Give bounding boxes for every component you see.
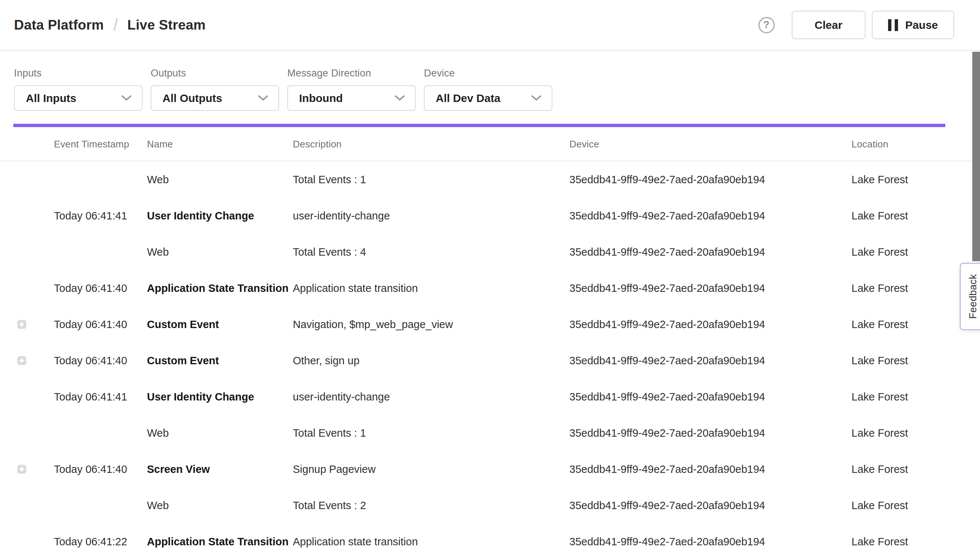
cell-description: Signup Pageview bbox=[293, 463, 375, 476]
cell-location: Lake Forest bbox=[851, 391, 908, 403]
cell-description: Total Events : 2 bbox=[293, 500, 366, 512]
cell-device: 35eddb41-9ff9-49e2-7aed-20afa90eb194 bbox=[570, 318, 765, 330]
cell-name: User Identity Change bbox=[147, 391, 254, 403]
event-table-body: Web Total Events : 1 35eddb41-9ff9-49e2-… bbox=[0, 161, 980, 549]
cell-description: Total Events : 1 bbox=[293, 174, 366, 186]
cell-location: Lake Forest bbox=[851, 174, 908, 186]
filter-inputs: Inputs All Inputs bbox=[14, 68, 143, 111]
breadcrumb-separator: / bbox=[113, 15, 118, 35]
message-direction-dropdown-value: Inbound bbox=[299, 92, 343, 105]
outputs-dropdown-value: All Outputs bbox=[162, 92, 222, 105]
cell-device: 35eddb41-9ff9-49e2-7aed-20afa90eb194 bbox=[570, 391, 765, 403]
cell-device: 35eddb41-9ff9-49e2-7aed-20afa90eb194 bbox=[570, 427, 765, 439]
cell-device: 35eddb41-9ff9-49e2-7aed-20afa90eb194 bbox=[570, 355, 765, 367]
cell-location: Lake Forest bbox=[851, 500, 908, 512]
clear-button-label: Clear bbox=[815, 19, 842, 31]
outputs-dropdown[interactable]: All Outputs bbox=[151, 85, 279, 111]
live-stream-accent-bar bbox=[13, 124, 945, 127]
cell-location: Lake Forest bbox=[851, 282, 908, 294]
filter-message-direction: Message Direction Inbound bbox=[287, 68, 416, 111]
cell-name: Web bbox=[147, 427, 169, 439]
expand-row-icon[interactable] bbox=[18, 320, 26, 329]
cell-name: User Identity Change bbox=[147, 210, 254, 222]
cell-device: 35eddb41-9ff9-49e2-7aed-20afa90eb194 bbox=[570, 500, 765, 512]
cell-timestamp: Today 06:41:41 bbox=[54, 210, 127, 222]
cell-description: Other, sign up bbox=[293, 355, 360, 367]
cell-location: Lake Forest bbox=[851, 355, 908, 367]
inputs-dropdown-value: All Inputs bbox=[26, 92, 76, 105]
cell-location: Lake Forest bbox=[851, 210, 908, 222]
chevron-down-icon bbox=[121, 95, 132, 101]
column-header-description: Description bbox=[293, 138, 342, 150]
cell-timestamp: Today 06:41:40 bbox=[54, 318, 127, 330]
table-row[interactable]: Today 06:41:41 User Identity Change user… bbox=[0, 198, 980, 234]
table-row[interactable]: Today 06:41:40 Application State Transit… bbox=[0, 270, 980, 306]
inputs-dropdown[interactable]: All Inputs bbox=[14, 85, 143, 111]
filter-device: Device All Dev Data bbox=[424, 68, 552, 111]
table-row[interactable]: Web Total Events : 2 35eddb41-9ff9-49e2-… bbox=[0, 487, 980, 523]
table-row[interactable]: Web Total Events : 4 35eddb41-9ff9-49e2-… bbox=[0, 234, 980, 270]
chevron-down-icon bbox=[531, 95, 541, 101]
table-row[interactable]: Today 06:41:22 Application State Transit… bbox=[0, 523, 980, 549]
cell-device: 35eddb41-9ff9-49e2-7aed-20afa90eb194 bbox=[570, 246, 765, 258]
breadcrumb-section[interactable]: Data Platform bbox=[14, 18, 104, 33]
device-dropdown[interactable]: All Dev Data bbox=[424, 85, 552, 111]
device-dropdown-value: All Dev Data bbox=[436, 92, 500, 105]
cell-name: Web bbox=[147, 500, 169, 512]
pause-icon bbox=[888, 19, 898, 31]
cell-timestamp: Today 06:41:40 bbox=[54, 463, 127, 476]
cell-device: 35eddb41-9ff9-49e2-7aed-20afa90eb194 bbox=[570, 282, 765, 294]
table-header: Event Timestamp Name Description Device … bbox=[0, 127, 980, 161]
table-row[interactable]: Today 06:41:40 Screen View Signup Pagevi… bbox=[0, 451, 980, 487]
feedback-tab[interactable]: Feedback bbox=[960, 263, 980, 330]
table-row[interactable]: Today 06:41:41 User Identity Change user… bbox=[0, 379, 980, 415]
cell-name: Web bbox=[147, 174, 169, 186]
cell-name: Web bbox=[147, 246, 169, 258]
filter-outputs-label: Outputs bbox=[151, 68, 279, 79]
cell-timestamp: Today 06:41:40 bbox=[54, 355, 127, 367]
cell-timestamp: Today 06:41:22 bbox=[54, 536, 127, 548]
table-row[interactable]: Today 06:41:40 Custom Event Other, sign … bbox=[0, 343, 980, 379]
pause-button-label: Pause bbox=[905, 19, 938, 31]
app-header: Data Platform / Live Stream ? Clear Paus… bbox=[0, 0, 980, 51]
cell-description: Application state transition bbox=[293, 536, 418, 548]
table-row[interactable]: Web Total Events : 1 35eddb41-9ff9-49e2-… bbox=[0, 161, 980, 198]
filter-outputs: Outputs All Outputs bbox=[151, 68, 279, 111]
column-header-name: Name bbox=[147, 138, 173, 150]
cell-description: Application state transition bbox=[293, 282, 418, 294]
cell-name: Custom Event bbox=[147, 318, 219, 330]
cell-location: Lake Forest bbox=[851, 318, 908, 330]
cell-location: Lake Forest bbox=[851, 427, 908, 439]
cell-device: 35eddb41-9ff9-49e2-7aed-20afa90eb194 bbox=[570, 174, 765, 186]
cell-device: 35eddb41-9ff9-49e2-7aed-20afa90eb194 bbox=[570, 463, 765, 476]
filter-bar: Inputs All Inputs Outputs All Outputs Me… bbox=[0, 51, 980, 111]
cell-location: Lake Forest bbox=[851, 246, 908, 258]
vertical-scrollbar-thumb[interactable] bbox=[972, 52, 980, 261]
expand-row-icon[interactable] bbox=[18, 465, 26, 474]
column-header-location: Location bbox=[851, 138, 888, 150]
table-row[interactable]: Web Total Events : 1 35eddb41-9ff9-49e2-… bbox=[0, 415, 980, 451]
breadcrumb: Data Platform / Live Stream bbox=[14, 16, 206, 34]
chevron-down-icon bbox=[258, 95, 268, 101]
cell-name: Screen View bbox=[147, 463, 210, 476]
message-direction-dropdown[interactable]: Inbound bbox=[287, 85, 416, 111]
cell-timestamp: Today 06:41:41 bbox=[54, 391, 127, 403]
clear-button[interactable]: Clear bbox=[792, 11, 865, 39]
cell-description: user-identity-change bbox=[293, 210, 390, 222]
page-title: Live Stream bbox=[127, 18, 206, 33]
cell-timestamp: Today 06:41:40 bbox=[54, 282, 127, 294]
cell-description: user-identity-change bbox=[293, 391, 390, 403]
help-icon[interactable]: ? bbox=[759, 17, 775, 33]
cell-location: Lake Forest bbox=[851, 463, 908, 476]
pause-button[interactable]: Pause bbox=[872, 11, 954, 39]
cell-name: Application State Transition bbox=[147, 536, 289, 548]
column-header-device: Device bbox=[570, 138, 599, 150]
cell-name: Custom Event bbox=[147, 355, 219, 367]
cell-device: 35eddb41-9ff9-49e2-7aed-20afa90eb194 bbox=[570, 210, 765, 222]
cell-description: Total Events : 4 bbox=[293, 246, 366, 258]
table-row[interactable]: Today 06:41:40 Custom Event Navigation, … bbox=[0, 306, 980, 343]
cell-description: Total Events : 1 bbox=[293, 427, 366, 439]
expand-row-icon[interactable] bbox=[18, 356, 26, 365]
filter-message-direction-label: Message Direction bbox=[287, 68, 416, 79]
cell-device: 35eddb41-9ff9-49e2-7aed-20afa90eb194 bbox=[570, 536, 765, 548]
